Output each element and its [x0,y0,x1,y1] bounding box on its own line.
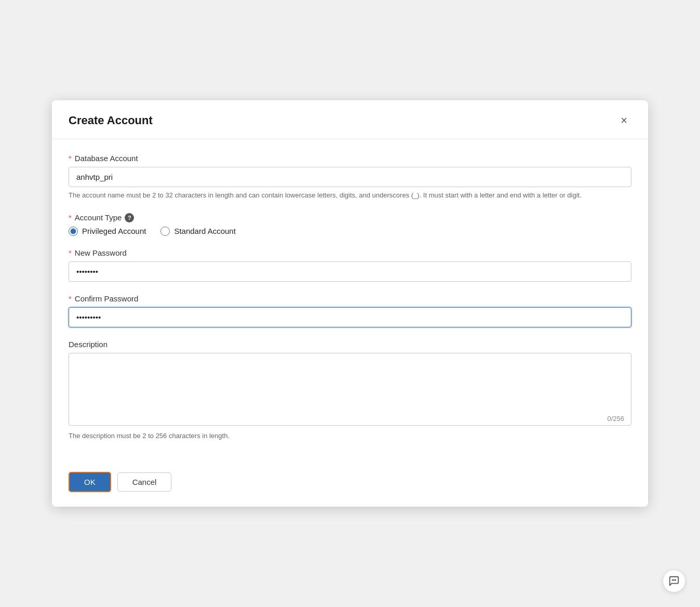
database-account-input[interactable] [69,167,631,187]
chat-icon [668,575,680,587]
privileged-account-option[interactable]: Privileged Account [69,227,146,236]
dialog-body: * Database Account The account name must… [52,139,648,466]
account-type-help-icon[interactable]: ? [125,213,134,222]
account-type-label-text: Account Type [75,213,122,222]
description-textarea-wrapper: 0/256 [69,353,631,428]
description-hint: The description must be 2 to 256 charact… [69,431,631,441]
database-account-group: * Database Account The account name must… [69,154,631,201]
standard-account-label: Standard Account [174,227,235,235]
required-star-type: * [69,213,72,222]
confirm-password-input[interactable] [69,307,631,327]
confirm-password-label: * Confirm Password [69,294,631,303]
new-password-group: * New Password [69,248,631,282]
description-char-count: 0/256 [607,415,624,423]
database-account-label-text: Database Account [75,154,138,163]
required-star-pwd: * [69,248,72,257]
create-account-dialog: Create Account × * Database Account The … [52,100,648,507]
database-account-label: * Database Account [69,154,631,163]
standard-account-radio[interactable] [160,227,170,236]
description-label-text: Description [69,340,107,349]
dialog-header: Create Account × [52,100,648,139]
new-password-label: * New Password [69,248,631,257]
new-password-label-text: New Password [75,248,127,257]
standard-account-option[interactable]: Standard Account [160,227,235,236]
privileged-account-label: Privileged Account [82,227,146,235]
confirm-password-label-text: Confirm Password [75,294,139,303]
description-group: Description 0/256 The description must b… [69,340,631,441]
description-label: Description [69,340,631,349]
account-type-group: * Account Type ? Privileged Account Stan… [69,213,631,236]
required-star-confirm: * [69,294,72,303]
account-type-label: * Account Type ? [69,213,631,222]
dialog-title: Create Account [69,114,153,127]
required-star-db: * [69,154,72,163]
cancel-button[interactable]: Cancel [117,472,172,492]
dialog-footer: OK Cancel [52,468,648,507]
confirm-password-group: * Confirm Password [69,294,631,327]
description-textarea[interactable] [69,353,631,426]
database-account-hint: The account name must be 2 to 32 charact… [69,190,631,201]
ok-button[interactable]: OK [69,472,111,492]
privileged-account-radio[interactable] [69,227,78,236]
new-password-input[interactable] [69,261,631,282]
chat-button[interactable] [663,570,685,592]
account-type-radio-group: Privileged Account Standard Account [69,227,631,236]
close-button[interactable]: × [616,113,631,128]
